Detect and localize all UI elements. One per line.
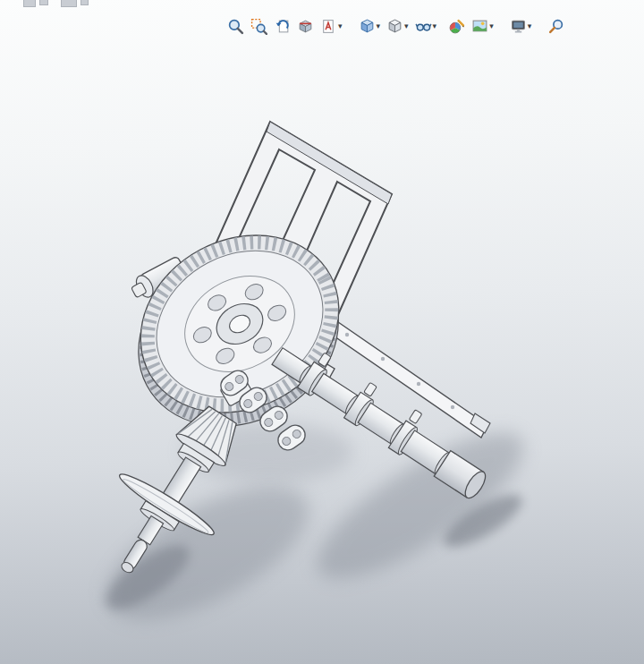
top-left-toolbar-fragment <box>0 0 98 8</box>
dropdown-caret[interactable]: ▾ <box>338 22 343 30</box>
cad-model-bevel-gear-assembly[interactable] <box>0 0 644 664</box>
annotation-views-icon <box>320 18 337 35</box>
display-style-cube-icon <box>386 18 403 35</box>
dropdown-caret[interactable]: ▾ <box>377 22 381 30</box>
previous-view-icon <box>274 18 291 35</box>
appearance-ball-icon <box>448 18 465 35</box>
eyeglasses-icon <box>415 18 432 35</box>
zoom-tool-button[interactable] <box>546 14 566 38</box>
zoom-to-area-button[interactable] <box>249 14 269 38</box>
dropdown-caret[interactable]: ▾ <box>433 22 437 30</box>
view-settings-button[interactable]: ▾ <box>508 14 534 38</box>
large-bevel-gear[interactable] <box>102 201 375 461</box>
graphics-viewport[interactable] <box>0 0 644 664</box>
scene-photo-icon <box>471 18 488 35</box>
apply-scene-button[interactable]: ▾ <box>470 14 496 38</box>
heads-up-view-toolbar: ▾ ▾ ▾ ▾ <box>225 14 566 38</box>
zoom-to-area-icon <box>250 18 267 35</box>
section-view-button[interactable] <box>295 14 316 38</box>
view-orientation-button[interactable]: ▾ <box>357 14 383 38</box>
monitor-icon <box>510 18 527 35</box>
annotation-views-button[interactable]: ▾ <box>318 14 344 38</box>
section-view-icon <box>297 18 314 35</box>
zoom-to-fit-button[interactable] <box>225 14 246 38</box>
magnifier-icon <box>547 18 564 35</box>
view-cube-icon <box>359 18 376 35</box>
zoom-to-fit-icon <box>227 18 244 35</box>
dropdown-caret[interactable]: ▾ <box>528 22 532 30</box>
edit-appearance-button[interactable] <box>446 14 467 38</box>
display-style-button[interactable]: ▾ <box>385 14 411 38</box>
hide-show-items-button[interactable]: ▾ <box>413 14 439 38</box>
dropdown-caret[interactable]: ▾ <box>489 22 494 30</box>
dropdown-caret[interactable]: ▾ <box>404 22 409 30</box>
previous-view-button[interactable] <box>272 14 292 38</box>
